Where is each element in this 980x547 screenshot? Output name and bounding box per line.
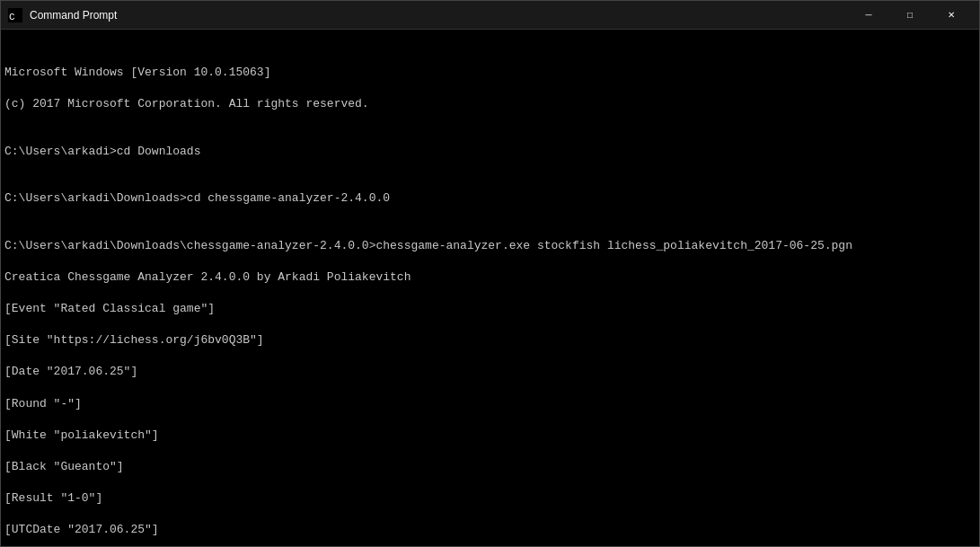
minimize-button[interactable]: ─ — [848, 1, 889, 30]
terminal-area[interactable]: Microsoft Windows [Version 10.0.15063] (… — [1, 30, 979, 546]
terminal-line: [White "poliakevitch"] — [4, 428, 976, 444]
terminal-line: [UTCDate "2017.06.25"] — [4, 522, 976, 538]
svg-text:C: C — [9, 12, 15, 22]
titlebar: C Command Prompt ─ □ ✕ — [1, 1, 979, 30]
terminal-line: [Date "2017.06.25"] — [4, 364, 976, 380]
terminal-line: Microsoft Windows [Version 10.0.15063] — [4, 65, 976, 81]
app-icon: C — [8, 8, 22, 22]
terminal-line: [Site "https://lichess.org/j6bv0Q3B"] — [4, 332, 976, 348]
terminal-output: Microsoft Windows [Version 10.0.15063] (… — [4, 65, 976, 546]
command-prompt-window: C Command Prompt ─ □ ✕ Microsoft Windows… — [0, 0, 980, 547]
maximize-icon: □ — [907, 11, 913, 20]
terminal-line: C:\Users\arkadi\Downloads\chessgame-anal… — [4, 238, 976, 254]
terminal-line: [Round "-"] — [4, 396, 976, 412]
window-controls: ─ □ ✕ — [848, 1, 972, 30]
minimize-icon: ─ — [865, 11, 871, 20]
terminal-line: (c) 2017 Microsoft Corporation. All righ… — [4, 96, 976, 112]
maximize-button[interactable]: □ — [889, 1, 931, 30]
terminal-line: [Black "Gueanto"] — [4, 459, 976, 475]
terminal-line: [Event "Rated Classical game"] — [4, 301, 976, 317]
close-icon: ✕ — [948, 11, 955, 20]
terminal-line: C:\Users\arkadi\Downloads>cd chessgame-a… — [4, 190, 976, 207]
terminal-line: C:\Users\arkadi>cd Downloads — [4, 144, 976, 160]
terminal-line: [Result "1-0"] — [4, 490, 976, 507]
terminal-line: Creatica Chessgame Analyzer 2.4.0.0 by A… — [4, 269, 976, 286]
close-button[interactable]: ✕ — [931, 1, 972, 30]
window-title: Command Prompt — [30, 9, 848, 22]
